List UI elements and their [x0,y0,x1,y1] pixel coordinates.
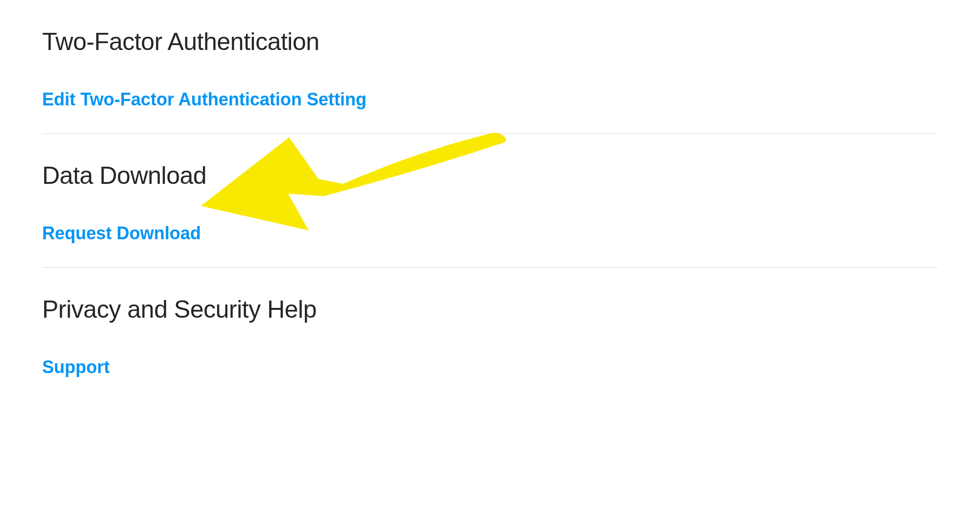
two-factor-heading: Two-Factor Authentication [42,27,938,56]
privacy-help-heading: Privacy and Security Help [42,295,938,324]
data-download-heading: Data Download [42,161,938,190]
request-download-link[interactable]: Request Download [42,223,201,244]
data-download-section: Data Download Request Download [42,134,938,267]
support-link[interactable]: Support [42,357,110,378]
two-factor-section: Two-Factor Authentication Edit Two-Facto… [42,0,938,133]
edit-two-factor-link[interactable]: Edit Two-Factor Authentication Setting [42,89,367,110]
privacy-help-section: Privacy and Security Help Support [42,268,938,401]
